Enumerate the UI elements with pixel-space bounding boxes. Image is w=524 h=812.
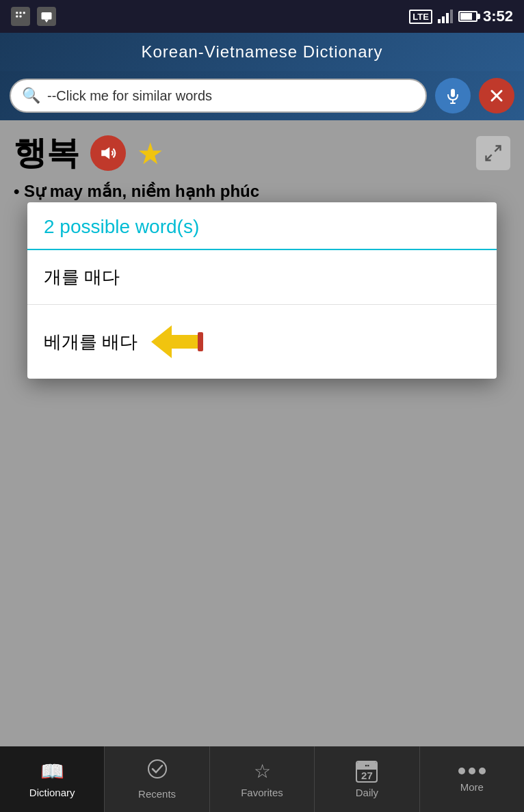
svg-rect-19 [172,335,199,349]
svg-marker-16 [101,147,109,159]
app-header: Korean-Vietnamese Dictionary [0,33,524,71]
close-button[interactable] [479,78,514,113]
nav-favorites[interactable]: ☆ Favorites [210,746,314,812]
android-icon [11,7,30,26]
speaker-icon [99,144,117,162]
expand-icon [484,144,503,163]
signal-icon [438,10,453,23]
status-bar: LTE 3:52 [0,0,524,33]
svg-rect-5 [42,12,52,20]
nav-daily[interactable]: ▪▪ 27 Daily [315,746,419,812]
dialog-title: 2 possible word(s) [44,216,199,237]
search-input[interactable] [47,88,415,104]
word-korean: 행복 [14,131,79,175]
svg-point-25 [479,768,486,774]
battery-icon [458,11,477,22]
svg-rect-8 [442,16,445,23]
svg-rect-12 [452,100,454,103]
favorite-star[interactable]: ★ [137,136,163,171]
svg-point-24 [469,768,475,774]
svg-rect-1 [20,12,22,14]
word-row: 행복 ★ [14,131,510,175]
check-circle-icon [147,759,168,784]
word-suggestion-2-text: 베개를 배다 [44,330,137,354]
svg-rect-3 [16,16,18,18]
star-icon: ☆ [254,760,271,783]
mic-icon [445,87,461,104]
bottom-nav: 📖 Dictionary Recents ☆ Favorites ▪▪ 27 D… [0,746,524,812]
mic-button[interactable] [435,78,471,113]
nav-dictionary[interactable]: 📖 Dictionary [0,746,104,812]
dots-icon [458,766,486,777]
status-bar-right: LTE 3:52 [409,8,513,25]
svg-marker-6 [44,20,49,23]
calendar-icon: ▪▪ 27 [356,761,378,783]
arrow-left-icon [151,320,206,364]
arrow-indicator [151,320,206,364]
nav-more-label: More [460,781,484,793]
book-icon: 📖 [40,760,64,783]
svg-rect-13 [450,103,456,104]
translation-text: • Sự may mắn, niềm hạnh phúc [14,182,510,201]
word-suggestion-2[interactable]: 베개를 배다 [27,305,497,379]
svg-rect-21 [198,332,203,351]
time-display: 3:52 [483,8,513,25]
search-icon: 🔍 [22,87,40,105]
app-title: Korean-Vietnamese Dictionary [141,42,382,62]
close-icon [488,87,505,104]
expand-button[interactable] [476,136,510,170]
dialog-header: 2 possible word(s) [27,202,497,250]
nav-daily-label: Daily [356,787,378,798]
search-bar: 🔍 [0,71,524,120]
nav-recents-label: Recents [138,788,176,800]
nav-more[interactable]: More [420,746,524,812]
svg-point-23 [458,768,465,774]
svg-rect-11 [451,89,455,97]
svg-rect-9 [446,13,449,23]
svg-marker-20 [151,325,172,358]
word-suggestions-dialog: 2 possible word(s) 개를 매다 베개를 배다 [27,202,497,379]
svg-rect-4 [20,16,22,18]
word-section: 행복 ★ • Sự may mắn, niềm hạnh phúc [0,120,524,208]
svg-line-18 [486,154,492,160]
speaker-button[interactable] [90,135,126,171]
main-content: 행복 ★ • Sự may mắn, niềm hạnh phúc [0,120,524,746]
nav-recents[interactable]: Recents [105,746,209,812]
svg-rect-2 [23,12,25,14]
svg-rect-10 [450,10,453,23]
search-container[interactable]: 🔍 [10,79,427,113]
nav-favorites-label: Favorites [241,787,283,798]
svg-rect-0 [16,12,18,14]
lte-badge: LTE [409,10,432,24]
nav-dictionary-label: Dictionary [29,787,75,798]
word-suggestion-1[interactable]: 개를 매다 [27,250,497,305]
message-icon [37,7,56,26]
svg-point-22 [148,760,166,778]
word-suggestion-1-text: 개를 매다 [44,265,120,289]
status-icons [11,7,56,26]
svg-rect-7 [438,19,441,23]
svg-line-17 [495,146,500,152]
